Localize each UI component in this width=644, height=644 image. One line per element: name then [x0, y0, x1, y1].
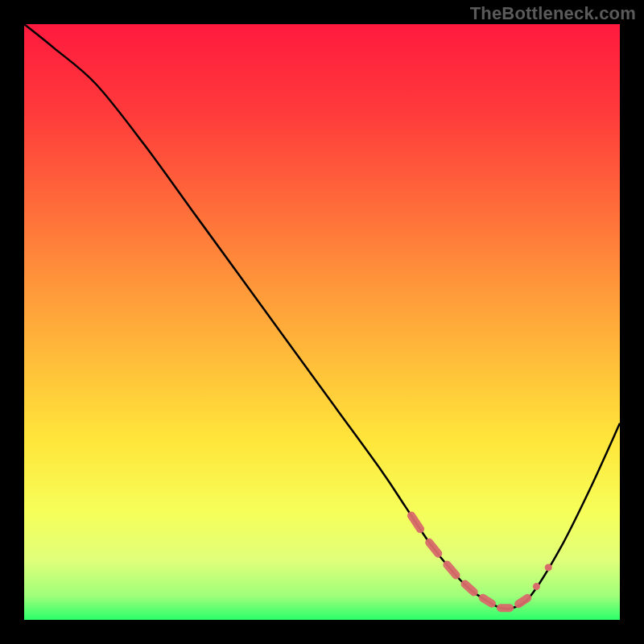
optimal-marker-segment [411, 516, 420, 530]
optimal-marker-segment [518, 598, 527, 604]
optimal-marker-segment [429, 543, 438, 554]
optimal-marker-segment [465, 584, 474, 592]
chart-svg [24, 24, 620, 620]
optimal-marker-segment [483, 598, 492, 604]
attribution-label: TheBottleneck.com [470, 3, 636, 24]
optimal-marker-segment [447, 565, 456, 576]
bottleneck-curve [24, 24, 620, 609]
optimal-marker-dot [545, 564, 552, 571]
optimal-marker-dot [533, 583, 540, 590]
